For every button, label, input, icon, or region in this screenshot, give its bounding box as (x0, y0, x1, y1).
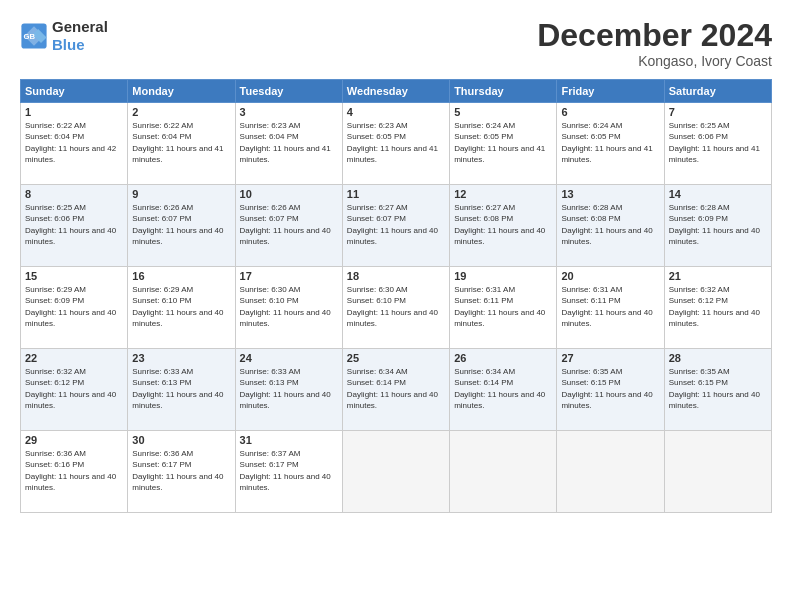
day-info: Sunrise: 6:22 AMSunset: 6:04 PMDaylight:… (25, 120, 123, 165)
calendar-cell: 3Sunrise: 6:23 AMSunset: 6:04 PMDaylight… (235, 103, 342, 185)
week-row-4: 22Sunrise: 6:32 AMSunset: 6:12 PMDayligh… (21, 349, 772, 431)
calendar-cell: 30Sunrise: 6:36 AMSunset: 6:17 PMDayligh… (128, 431, 235, 513)
day-info: Sunrise: 6:25 AMSunset: 6:06 PMDaylight:… (669, 120, 767, 165)
day-info: Sunrise: 6:28 AMSunset: 6:09 PMDaylight:… (669, 202, 767, 247)
day-info: Sunrise: 6:33 AMSunset: 6:13 PMDaylight:… (240, 366, 338, 411)
calendar-cell: 8Sunrise: 6:25 AMSunset: 6:06 PMDaylight… (21, 185, 128, 267)
day-info: Sunrise: 6:22 AMSunset: 6:04 PMDaylight:… (132, 120, 230, 165)
calendar-cell: 29Sunrise: 6:36 AMSunset: 6:16 PMDayligh… (21, 431, 128, 513)
calendar-cell: 27Sunrise: 6:35 AMSunset: 6:15 PMDayligh… (557, 349, 664, 431)
day-info: Sunrise: 6:31 AMSunset: 6:11 PMDaylight:… (454, 284, 552, 329)
header-friday: Friday (557, 80, 664, 103)
calendar-cell: 18Sunrise: 6:30 AMSunset: 6:10 PMDayligh… (342, 267, 449, 349)
day-number: 9 (132, 188, 230, 200)
calendar-cell (450, 431, 557, 513)
day-number: 15 (25, 270, 123, 282)
logo-icon: GB (20, 22, 48, 50)
calendar-cell: 9Sunrise: 6:26 AMSunset: 6:07 PMDaylight… (128, 185, 235, 267)
day-number: 2 (132, 106, 230, 118)
calendar-cell: 5Sunrise: 6:24 AMSunset: 6:05 PMDaylight… (450, 103, 557, 185)
calendar-cell: 2Sunrise: 6:22 AMSunset: 6:04 PMDaylight… (128, 103, 235, 185)
day-info: Sunrise: 6:24 AMSunset: 6:05 PMDaylight:… (454, 120, 552, 165)
calendar-cell: 10Sunrise: 6:26 AMSunset: 6:07 PMDayligh… (235, 185, 342, 267)
day-number: 24 (240, 352, 338, 364)
day-info: Sunrise: 6:27 AMSunset: 6:08 PMDaylight:… (454, 202, 552, 247)
logo-text: General Blue (52, 18, 108, 54)
week-row-5: 29Sunrise: 6:36 AMSunset: 6:16 PMDayligh… (21, 431, 772, 513)
day-number: 27 (561, 352, 659, 364)
calendar-cell: 4Sunrise: 6:23 AMSunset: 6:05 PMDaylight… (342, 103, 449, 185)
header-sunday: Sunday (21, 80, 128, 103)
calendar-cell: 1Sunrise: 6:22 AMSunset: 6:04 PMDaylight… (21, 103, 128, 185)
header-tuesday: Tuesday (235, 80, 342, 103)
day-number: 10 (240, 188, 338, 200)
day-info: Sunrise: 6:34 AMSunset: 6:14 PMDaylight:… (347, 366, 445, 411)
calendar-table: SundayMondayTuesdayWednesdayThursdayFrid… (20, 79, 772, 513)
day-number: 23 (132, 352, 230, 364)
month-title: December 2024 (537, 18, 772, 53)
subtitle: Kongaso, Ivory Coast (537, 53, 772, 69)
day-info: Sunrise: 6:28 AMSunset: 6:08 PMDaylight:… (561, 202, 659, 247)
header-row: SundayMondayTuesdayWednesdayThursdayFrid… (21, 80, 772, 103)
day-number: 29 (25, 434, 123, 446)
day-number: 30 (132, 434, 230, 446)
week-row-2: 8Sunrise: 6:25 AMSunset: 6:06 PMDaylight… (21, 185, 772, 267)
calendar-cell: 6Sunrise: 6:24 AMSunset: 6:05 PMDaylight… (557, 103, 664, 185)
calendar-cell: 19Sunrise: 6:31 AMSunset: 6:11 PMDayligh… (450, 267, 557, 349)
day-number: 13 (561, 188, 659, 200)
day-info: Sunrise: 6:34 AMSunset: 6:14 PMDaylight:… (454, 366, 552, 411)
calendar-cell: 15Sunrise: 6:29 AMSunset: 6:09 PMDayligh… (21, 267, 128, 349)
calendar-cell: 11Sunrise: 6:27 AMSunset: 6:07 PMDayligh… (342, 185, 449, 267)
day-number: 16 (132, 270, 230, 282)
day-number: 1 (25, 106, 123, 118)
page: GB General Blue December 2024 Kongaso, I… (0, 0, 792, 612)
day-info: Sunrise: 6:35 AMSunset: 6:15 PMDaylight:… (561, 366, 659, 411)
day-number: 18 (347, 270, 445, 282)
day-number: 6 (561, 106, 659, 118)
day-number: 3 (240, 106, 338, 118)
day-info: Sunrise: 6:36 AMSunset: 6:16 PMDaylight:… (25, 448, 123, 493)
day-number: 4 (347, 106, 445, 118)
day-info: Sunrise: 6:26 AMSunset: 6:07 PMDaylight:… (240, 202, 338, 247)
header-monday: Monday (128, 80, 235, 103)
title-area: December 2024 Kongaso, Ivory Coast (537, 18, 772, 69)
header-thursday: Thursday (450, 80, 557, 103)
calendar-cell: 17Sunrise: 6:30 AMSunset: 6:10 PMDayligh… (235, 267, 342, 349)
day-info: Sunrise: 6:33 AMSunset: 6:13 PMDaylight:… (132, 366, 230, 411)
calendar-cell: 21Sunrise: 6:32 AMSunset: 6:12 PMDayligh… (664, 267, 771, 349)
day-info: Sunrise: 6:23 AMSunset: 6:05 PMDaylight:… (347, 120, 445, 165)
day-info: Sunrise: 6:29 AMSunset: 6:10 PMDaylight:… (132, 284, 230, 329)
day-info: Sunrise: 6:29 AMSunset: 6:09 PMDaylight:… (25, 284, 123, 329)
calendar-cell (342, 431, 449, 513)
calendar-cell: 12Sunrise: 6:27 AMSunset: 6:08 PMDayligh… (450, 185, 557, 267)
calendar-cell: 26Sunrise: 6:34 AMSunset: 6:14 PMDayligh… (450, 349, 557, 431)
day-info: Sunrise: 6:32 AMSunset: 6:12 PMDaylight:… (25, 366, 123, 411)
week-row-1: 1Sunrise: 6:22 AMSunset: 6:04 PMDaylight… (21, 103, 772, 185)
day-info: Sunrise: 6:26 AMSunset: 6:07 PMDaylight:… (132, 202, 230, 247)
day-number: 11 (347, 188, 445, 200)
day-number: 12 (454, 188, 552, 200)
calendar-cell: 28Sunrise: 6:35 AMSunset: 6:15 PMDayligh… (664, 349, 771, 431)
day-info: Sunrise: 6:32 AMSunset: 6:12 PMDaylight:… (669, 284, 767, 329)
day-number: 28 (669, 352, 767, 364)
day-info: Sunrise: 6:30 AMSunset: 6:10 PMDaylight:… (347, 284, 445, 329)
day-info: Sunrise: 6:37 AMSunset: 6:17 PMDaylight:… (240, 448, 338, 493)
header-saturday: Saturday (664, 80, 771, 103)
day-number: 25 (347, 352, 445, 364)
header-wednesday: Wednesday (342, 80, 449, 103)
logo: GB General Blue (20, 18, 108, 54)
day-info: Sunrise: 6:24 AMSunset: 6:05 PMDaylight:… (561, 120, 659, 165)
calendar-cell (664, 431, 771, 513)
day-number: 7 (669, 106, 767, 118)
day-number: 21 (669, 270, 767, 282)
day-number: 20 (561, 270, 659, 282)
calendar-cell: 7Sunrise: 6:25 AMSunset: 6:06 PMDaylight… (664, 103, 771, 185)
day-number: 22 (25, 352, 123, 364)
day-number: 17 (240, 270, 338, 282)
calendar-cell: 24Sunrise: 6:33 AMSunset: 6:13 PMDayligh… (235, 349, 342, 431)
day-info: Sunrise: 6:31 AMSunset: 6:11 PMDaylight:… (561, 284, 659, 329)
day-info: Sunrise: 6:23 AMSunset: 6:04 PMDaylight:… (240, 120, 338, 165)
day-info: Sunrise: 6:27 AMSunset: 6:07 PMDaylight:… (347, 202, 445, 247)
calendar-cell: 16Sunrise: 6:29 AMSunset: 6:10 PMDayligh… (128, 267, 235, 349)
calendar-cell (557, 431, 664, 513)
